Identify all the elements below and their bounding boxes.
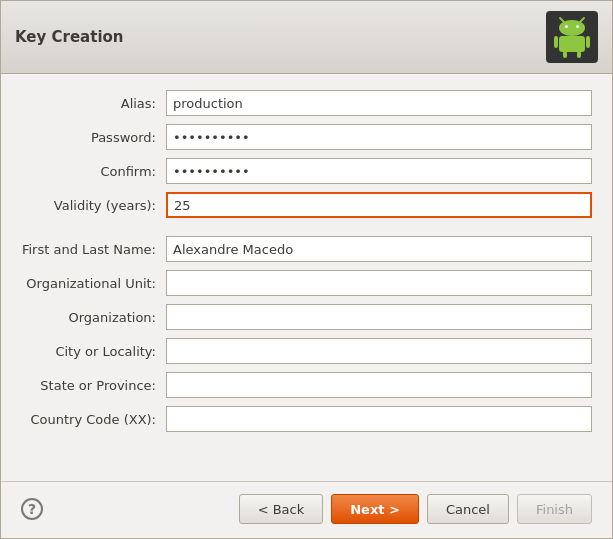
cancel-button[interactable]: Cancel: [427, 494, 509, 524]
svg-rect-6: [554, 36, 558, 48]
state-input[interactable]: [166, 372, 592, 398]
dialog-body: Alias: Password: Confirm: Validity (year…: [1, 74, 612, 481]
password-label: Password:: [21, 130, 166, 145]
country-label: Country Code (XX):: [21, 412, 166, 427]
footer-left: ?: [21, 498, 43, 520]
finish-button: Finish: [517, 494, 592, 524]
password-input[interactable]: [166, 124, 592, 150]
org-input[interactable]: [166, 304, 592, 330]
android-logo: [546, 11, 598, 63]
confirm-row: Confirm:: [21, 158, 592, 184]
country-input[interactable]: [166, 406, 592, 432]
alias-label: Alias:: [21, 96, 166, 111]
validity-row: Validity (years):: [21, 192, 592, 218]
confirm-input[interactable]: [166, 158, 592, 184]
firstname-input[interactable]: [166, 236, 592, 262]
svg-rect-5: [559, 36, 585, 52]
dialog-footer: ? < Back Next > Cancel Finish: [1, 481, 612, 538]
key-creation-dialog: Key Creation: [0, 0, 613, 539]
alias-row: Alias:: [21, 90, 592, 116]
svg-rect-9: [577, 51, 581, 58]
validity-input[interactable]: [166, 192, 592, 218]
password-row: Password:: [21, 124, 592, 150]
state-label: State or Province:: [21, 378, 166, 393]
org-label: Organization:: [21, 310, 166, 325]
firstname-row: First and Last Name:: [21, 236, 592, 262]
city-row: City or Locality:: [21, 338, 592, 364]
city-input[interactable]: [166, 338, 592, 364]
city-label: City or Locality:: [21, 344, 166, 359]
org-unit-input[interactable]: [166, 270, 592, 296]
next-button[interactable]: Next >: [331, 494, 419, 524]
svg-point-2: [576, 25, 579, 28]
svg-line-3: [560, 18, 564, 22]
svg-rect-7: [586, 36, 590, 48]
dialog-title: Key Creation: [15, 28, 124, 46]
back-button[interactable]: < Back: [239, 494, 324, 524]
footer-buttons: < Back Next > Cancel Finish: [239, 494, 592, 524]
svg-point-0: [559, 20, 585, 36]
dialog-header: Key Creation: [1, 1, 612, 74]
help-button[interactable]: ?: [21, 498, 43, 520]
svg-point-1: [565, 25, 568, 28]
org-unit-row: Organizational Unit:: [21, 270, 592, 296]
question-mark-icon: ?: [28, 501, 36, 517]
state-row: State or Province:: [21, 372, 592, 398]
svg-rect-8: [563, 51, 567, 58]
alias-input[interactable]: [166, 90, 592, 116]
confirm-label: Confirm:: [21, 164, 166, 179]
country-row: Country Code (XX):: [21, 406, 592, 432]
org-unit-label: Organizational Unit:: [21, 276, 166, 291]
validity-label: Validity (years):: [21, 198, 166, 213]
svg-line-4: [580, 18, 584, 22]
org-row: Organization:: [21, 304, 592, 330]
firstname-label: First and Last Name:: [21, 242, 166, 257]
